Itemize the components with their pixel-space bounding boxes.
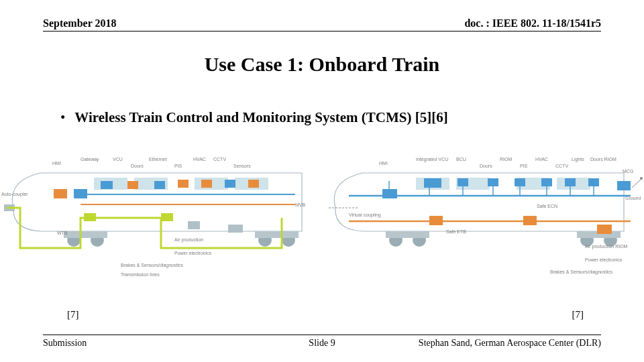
train-diagram-left-icon: HMI Gateway VCU Doors Ethernet PIS HVAC … [0,141,322,288]
svg-text:MVB: MVB [295,202,306,207]
svg-text:HMI: HMI [379,161,388,166]
figure-left: HMI Gateway VCU Doors Ethernet PIS HVAC … [0,141,322,288]
figure-right-caption: [7] [572,309,584,320]
svg-text:Brakes & Sensors/diagnostics: Brakes & Sensors/diagnostics [121,263,183,268]
slide-footer: Submission Slide 9 Stephan Sand, German … [43,338,601,349]
svg-rect-63 [541,178,552,186]
svg-text:Doors: Doors [480,164,492,168]
footer-left: Submission [43,338,87,349]
slide-title: Use Case 1: Onboard Train [0,53,644,76]
footer-author: Stephan Sand, German Aerospace Center (D… [419,338,601,349]
header-date: September 2018 [43,17,116,29]
svg-text:WTB: WTB [57,231,68,235]
bullet-marker: • [60,109,65,126]
figure-right: HMI Integrated VCU BCU Doors RIOM PIS HV… [322,141,644,288]
svg-rect-48 [386,231,429,238]
svg-text:RIOM: RIOM [500,157,512,162]
svg-text:Doors: Doors [131,164,144,168]
svg-rect-66 [617,181,631,190]
svg-rect-10 [255,231,299,238]
svg-text:MCG: MCG [623,169,633,174]
svg-text:Power electronics: Power electronics [174,251,212,255]
train-diagram-right-icon: HMI Integrated VCU BCU Doors RIOM PIS HV… [322,141,644,288]
svg-text:Air production: Air production [174,237,203,243]
footer-slide-number: Slide 9 [309,338,335,349]
svg-text:Safe ECN: Safe ECN [537,204,557,208]
svg-text:Ground: Ground [625,196,641,200]
slide-header: September 2018 doc. : IEEE 802. 11-18/15… [0,0,644,29]
svg-text:Auto-coupler: Auto-coupler [1,192,28,197]
svg-rect-22 [188,221,200,229]
header-rule [43,31,601,32]
svg-text:HVAC: HVAC [193,157,206,162]
svg-text:CCTV: CCTV [213,157,226,162]
svg-rect-12 [74,189,87,198]
svg-text:Integrated VCU: Integrated VCU [416,157,448,162]
svg-text:CCTV: CCTV [555,164,568,168]
svg-rect-20 [84,213,96,221]
svg-rect-16 [178,180,189,188]
bullet-item: • Wireless Train Control and Monitoring … [0,109,644,126]
svg-rect-18 [225,180,235,188]
bullet-text: Wireless Train Control and Monitoring Sy… [74,109,447,126]
svg-rect-23 [228,225,243,233]
svg-text:Doors RIOM: Doors RIOM [590,157,616,162]
svg-rect-60 [458,178,468,186]
svg-text:Gateway: Gateway [80,157,99,162]
svg-rect-69 [597,225,612,234]
svg-rect-68 [523,216,537,225]
svg-rect-11 [54,189,67,198]
svg-text:Power electronics: Power electronics [585,257,623,262]
svg-text:Air production RIOM: Air production RIOM [585,244,628,249]
svg-rect-59 [424,178,441,188]
figure-area: HMI Gateway VCU Doors Ethernet PIS HVAC … [0,141,644,288]
svg-text:Lights: Lights [572,157,584,162]
svg-rect-61 [488,178,498,186]
svg-text:Sensors: Sensors [233,164,251,168]
svg-text:PIS: PIS [520,164,528,168]
svg-text:HVAC: HVAC [535,157,548,162]
svg-text:BCU: BCU [456,157,466,162]
footer-rule [43,335,601,335]
svg-rect-62 [515,178,525,186]
svg-text:Ethernet: Ethernet [149,157,167,162]
svg-rect-58 [382,189,397,198]
svg-rect-65 [588,178,599,186]
svg-text:Brakes & Sensors/diagnostics: Brakes & Sensors/diagnostics [550,269,612,275]
svg-rect-64 [565,178,576,186]
figure-left-caption: [7] [67,309,79,320]
svg-line-71 [632,180,641,188]
svg-text:PIS: PIS [174,164,182,168]
svg-text:Transmission lines: Transmission lines [121,272,160,277]
header-doc-id: doc. : IEEE 802. 11-18/1541r5 [464,17,601,29]
svg-text:VCU: VCU [113,157,123,162]
svg-text:Safe ETB: Safe ETB [446,229,466,234]
svg-rect-13 [101,181,113,189]
svg-rect-21 [161,213,173,221]
svg-text:Virtual coupling: Virtual coupling [349,213,381,218]
svg-rect-15 [154,181,165,189]
svg-rect-14 [127,181,138,189]
svg-text:HMI: HMI [52,161,61,166]
svg-point-72 [640,177,643,180]
svg-rect-17 [201,180,212,188]
svg-rect-19 [248,180,259,188]
svg-rect-9 [64,231,107,238]
svg-rect-67 [429,216,443,225]
figure-captions: [7] [7] [0,309,644,320]
